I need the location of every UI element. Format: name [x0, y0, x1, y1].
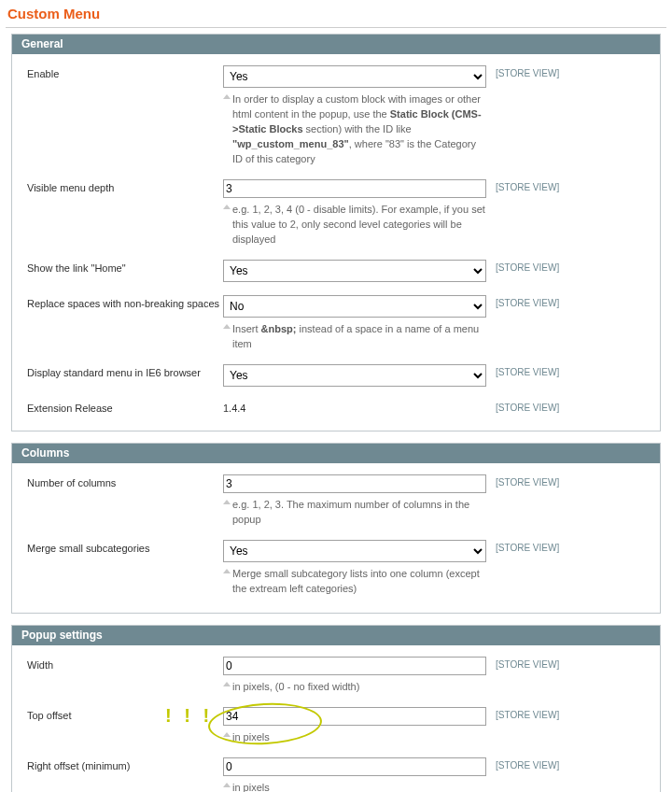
select-nbsp[interactable]: No — [223, 295, 486, 318]
row-release: Extension Release 1.4.4 [STORE VIEW] — [27, 400, 645, 414]
caret-icon — [223, 569, 231, 573]
caret-icon — [223, 205, 231, 209]
caret-icon — [223, 500, 231, 504]
input-topoffset[interactable] — [223, 707, 486, 726]
note-enable: In order to display a custom block with … — [223, 92, 486, 166]
select-home[interactable]: Yes — [223, 260, 486, 282]
scope-rightoffset: [STORE VIEW] — [496, 757, 559, 771]
row-nbsp: Replace spaces with non-breaking spaces … — [27, 295, 645, 351]
label-merge: Merge small subcategories — [27, 540, 223, 554]
note-numcols: e.g. 1, 2, 3. The maximum number of colu… — [223, 497, 486, 527]
row-ie6: Display standard menu in IE6 browser Yes… — [27, 364, 645, 387]
scope-depth: [STORE VIEW] — [496, 179, 559, 192]
attention-annotation: ! ! ! — [165, 705, 213, 727]
caret-icon — [223, 682, 231, 686]
scope-merge: [STORE VIEW] — [496, 540, 559, 553]
row-merge: Merge small subcategories Yes Merge smal… — [27, 540, 645, 596]
scope-enable: [STORE VIEW] — [496, 65, 559, 78]
scope-ie6: [STORE VIEW] — [496, 364, 559, 377]
row-enable: Enable Yes In order to display a custom … — [27, 65, 645, 166]
row-numcols: Number of columns e.g. 1, 2, 3. The maxi… — [27, 474, 645, 527]
scope-release: [STORE VIEW] — [496, 400, 559, 413]
label-nbsp: Replace spaces with non-breaking spaces — [27, 295, 223, 309]
caret-icon — [223, 324, 231, 329]
label-numcols: Number of columns — [27, 474, 223, 488]
input-depth[interactable] — [223, 179, 486, 198]
scope-home: [STORE VIEW] — [496, 260, 559, 273]
label-home: Show the link "Home" — [27, 260, 223, 274]
section-general: General Enable Yes In order to display a… — [11, 34, 661, 431]
note-width: in pixels, (0 - no fixed width) — [223, 679, 486, 694]
note-topoffset: in pixels — [223, 729, 486, 744]
scope-topoffset: [STORE VIEW] — [496, 707, 559, 720]
page-title: Custom Menu — [7, 6, 666, 21]
select-ie6[interactable]: Yes — [223, 364, 486, 387]
scope-nbsp: [STORE VIEW] — [496, 295, 559, 308]
title-rule — [6, 27, 666, 28]
input-width[interactable] — [223, 657, 486, 675]
caret-icon — [223, 783, 231, 787]
label-release: Extension Release — [27, 400, 223, 414]
label-width: Width — [27, 657, 223, 671]
section-popup-head[interactable]: Popup settings — [12, 626, 660, 645]
scope-numcols: [STORE VIEW] — [496, 474, 559, 488]
label-rightoffset: Right offset (minimum) — [27, 757, 223, 771]
section-general-head[interactable]: General — [12, 35, 660, 54]
label-ie6: Display standard menu in IE6 browser — [27, 364, 223, 378]
caret-icon — [223, 732, 231, 737]
scope-width: [STORE VIEW] — [496, 657, 559, 670]
section-popup: Popup settings Width in pixels, (0 - no … — [11, 625, 661, 792]
caret-icon — [223, 94, 231, 99]
input-numcols[interactable] — [223, 474, 486, 493]
label-enable: Enable — [27, 65, 223, 79]
section-columns-head[interactable]: Columns — [12, 444, 660, 463]
value-release: 1.4.4 — [223, 400, 486, 414]
note-depth: e.g. 1, 2, 3, 4 (0 - disable limits). Fo… — [223, 202, 486, 247]
note-merge: Merge small subcategory lists into one c… — [223, 566, 486, 596]
row-topoffset: Top offset ! ! ! in pixels [STORE VIEW] — [27, 707, 645, 744]
row-width: Width in pixels, (0 - no fixed width) [S… — [27, 657, 645, 694]
label-depth: Visible menu depth — [27, 179, 223, 193]
row-depth: Visible menu depth e.g. 1, 2, 3, 4 (0 - … — [27, 179, 645, 247]
note-rightoffset: in pixels — [223, 780, 486, 792]
section-columns: Columns Number of columns e.g. 1, 2, 3. … — [11, 443, 661, 614]
note-nbsp: Insert &nbsp; instead of a space in a na… — [223, 321, 486, 351]
input-rightoffset[interactable] — [223, 757, 486, 776]
row-home: Show the link "Home" Yes [STORE VIEW] — [27, 260, 645, 282]
row-rightoffset: Right offset (minimum) in pixels [STORE … — [27, 757, 645, 792]
select-merge[interactable]: Yes — [223, 540, 486, 562]
select-enable[interactable]: Yes — [223, 65, 486, 88]
